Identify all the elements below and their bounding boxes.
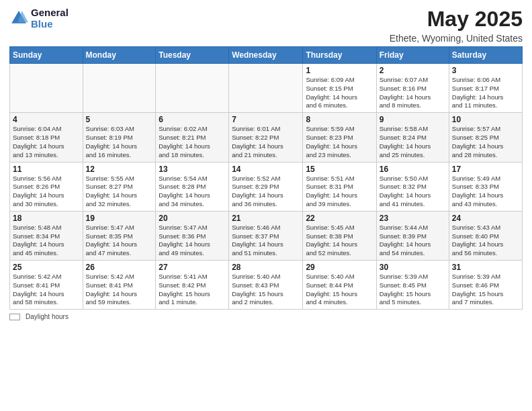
calendar-cell-3-0: 18Sunrise: 5:48 AM Sunset: 8:34 PM Dayli… bbox=[10, 211, 83, 260]
day-info-26: Sunrise: 5:42 AM Sunset: 8:41 PM Dayligh… bbox=[86, 273, 153, 307]
calendar-cell-0-0 bbox=[10, 64, 83, 113]
day-info-27: Sunrise: 5:41 AM Sunset: 8:42 PM Dayligh… bbox=[159, 273, 226, 307]
calendar-cell-3-5: 23Sunrise: 5:44 AM Sunset: 8:39 PM Dayli… bbox=[376, 211, 449, 260]
calendar-cell-4-6: 31Sunrise: 5:39 AM Sunset: 8:46 PM Dayli… bbox=[449, 261, 522, 310]
day-number-20: 20 bbox=[159, 214, 226, 223]
day-info-18: Sunrise: 5:48 AM Sunset: 8:34 PM Dayligh… bbox=[13, 224, 80, 258]
calendar-header-row: Sunday Monday Tuesday Wednesday Thursday… bbox=[10, 47, 523, 64]
calendar-cell-3-3: 21Sunrise: 5:46 AM Sunset: 8:37 PM Dayli… bbox=[229, 211, 303, 260]
calendar-cell-1-3: 7Sunrise: 6:01 AM Sunset: 8:22 PM Daylig… bbox=[229, 113, 303, 162]
day-info-8: Sunrise: 5:59 AM Sunset: 8:23 PM Dayligh… bbox=[306, 125, 373, 159]
day-number-15: 15 bbox=[306, 165, 373, 174]
calendar-cell-0-4: 1Sunrise: 6:09 AM Sunset: 8:15 PM Daylig… bbox=[303, 64, 376, 113]
calendar-cell-4-1: 26Sunrise: 5:42 AM Sunset: 8:41 PM Dayli… bbox=[83, 261, 156, 310]
day-number-14: 14 bbox=[232, 165, 300, 174]
day-info-17: Sunrise: 5:49 AM Sunset: 8:33 PM Dayligh… bbox=[452, 175, 519, 209]
day-info-3: Sunrise: 6:06 AM Sunset: 8:17 PM Dayligh… bbox=[452, 76, 519, 110]
header-wednesday: Wednesday bbox=[229, 47, 303, 64]
main-container: General Blue May 2025 Ethete, Wyoming, U… bbox=[0, 0, 532, 324]
day-info-28: Sunrise: 5:40 AM Sunset: 8:43 PM Dayligh… bbox=[232, 273, 300, 307]
day-number-30: 30 bbox=[380, 263, 446, 272]
day-info-12: Sunrise: 5:55 AM Sunset: 8:27 PM Dayligh… bbox=[86, 175, 153, 209]
day-number-19: 19 bbox=[86, 214, 153, 223]
day-number-3: 3 bbox=[452, 66, 519, 75]
day-info-1: Sunrise: 6:09 AM Sunset: 8:15 PM Dayligh… bbox=[306, 76, 373, 110]
day-number-2: 2 bbox=[380, 66, 446, 75]
day-number-27: 27 bbox=[159, 263, 226, 272]
calendar-cell-1-5: 9Sunrise: 5:58 AM Sunset: 8:24 PM Daylig… bbox=[376, 113, 449, 162]
day-number-5: 5 bbox=[86, 115, 153, 124]
day-number-7: 7 bbox=[232, 115, 300, 124]
day-info-5: Sunrise: 6:03 AM Sunset: 8:19 PM Dayligh… bbox=[86, 125, 153, 159]
header-tuesday: Tuesday bbox=[156, 47, 229, 64]
day-number-28: 28 bbox=[232, 263, 300, 272]
day-number-4: 4 bbox=[13, 115, 80, 124]
day-number-12: 12 bbox=[86, 165, 153, 174]
day-info-13: Sunrise: 5:54 AM Sunset: 8:28 PM Dayligh… bbox=[159, 175, 226, 209]
day-info-11: Sunrise: 5:56 AM Sunset: 8:26 PM Dayligh… bbox=[13, 175, 80, 209]
logo-text: General Blue bbox=[31, 7, 69, 30]
day-info-15: Sunrise: 5:51 AM Sunset: 8:31 PM Dayligh… bbox=[306, 175, 373, 209]
header-monday: Monday bbox=[83, 47, 156, 64]
header-thursday: Thursday bbox=[303, 47, 376, 64]
day-info-20: Sunrise: 5:47 AM Sunset: 8:36 PM Dayligh… bbox=[159, 224, 226, 258]
calendar-cell-4-5: 30Sunrise: 5:39 AM Sunset: 8:45 PM Dayli… bbox=[376, 261, 449, 310]
day-number-1: 1 bbox=[306, 66, 373, 75]
calendar-cell-0-6: 3Sunrise: 6:06 AM Sunset: 8:17 PM Daylig… bbox=[449, 64, 522, 113]
week-row-1: 4Sunrise: 6:04 AM Sunset: 8:18 PM Daylig… bbox=[10, 113, 523, 162]
day-info-21: Sunrise: 5:46 AM Sunset: 8:37 PM Dayligh… bbox=[232, 224, 300, 258]
day-number-31: 31 bbox=[452, 263, 519, 272]
day-number-25: 25 bbox=[13, 263, 80, 272]
daylight-box bbox=[9, 314, 20, 320]
calendar-cell-0-5: 2Sunrise: 6:07 AM Sunset: 8:16 PM Daylig… bbox=[376, 64, 449, 113]
day-info-25: Sunrise: 5:42 AM Sunset: 8:41 PM Dayligh… bbox=[13, 273, 80, 307]
calendar-cell-4-4: 29Sunrise: 5:40 AM Sunset: 8:44 PM Dayli… bbox=[303, 261, 376, 310]
month-title: May 2025 bbox=[390, 7, 523, 32]
day-info-6: Sunrise: 6:02 AM Sunset: 8:21 PM Dayligh… bbox=[159, 125, 226, 159]
week-row-4: 25Sunrise: 5:42 AM Sunset: 8:41 PM Dayli… bbox=[10, 261, 523, 310]
calendar-cell-0-2 bbox=[156, 64, 229, 113]
header-friday: Friday bbox=[376, 47, 449, 64]
calendar-cell-1-2: 6Sunrise: 6:02 AM Sunset: 8:21 PM Daylig… bbox=[156, 113, 229, 162]
calendar-cell-4-2: 27Sunrise: 5:41 AM Sunset: 8:42 PM Dayli… bbox=[156, 261, 229, 310]
day-info-31: Sunrise: 5:39 AM Sunset: 8:46 PM Dayligh… bbox=[452, 273, 519, 307]
header-sunday: Sunday bbox=[10, 47, 83, 64]
day-number-6: 6 bbox=[159, 115, 226, 124]
day-number-24: 24 bbox=[452, 214, 519, 223]
day-number-8: 8 bbox=[306, 115, 373, 124]
day-info-29: Sunrise: 5:40 AM Sunset: 8:44 PM Dayligh… bbox=[306, 273, 373, 307]
calendar-cell-4-3: 28Sunrise: 5:40 AM Sunset: 8:43 PM Dayli… bbox=[229, 261, 303, 310]
location-title: Ethete, Wyoming, United States bbox=[390, 33, 523, 44]
calendar-cell-0-1 bbox=[83, 64, 156, 113]
day-info-7: Sunrise: 6:01 AM Sunset: 8:22 PM Dayligh… bbox=[232, 125, 300, 159]
day-info-14: Sunrise: 5:52 AM Sunset: 8:29 PM Dayligh… bbox=[232, 175, 300, 209]
day-info-24: Sunrise: 5:43 AM Sunset: 8:40 PM Dayligh… bbox=[452, 224, 519, 258]
footer-label: Daylight hours bbox=[26, 313, 69, 320]
calendar-cell-3-2: 20Sunrise: 5:47 AM Sunset: 8:36 PM Dayli… bbox=[156, 211, 229, 260]
calendar-cell-2-4: 15Sunrise: 5:51 AM Sunset: 8:31 PM Dayli… bbox=[303, 162, 376, 211]
calendar-cell-2-5: 16Sunrise: 5:50 AM Sunset: 8:32 PM Dayli… bbox=[376, 162, 449, 211]
day-number-23: 23 bbox=[380, 214, 446, 223]
title-block: May 2025 Ethete, Wyoming, United States bbox=[390, 7, 523, 44]
calendar-cell-1-4: 8Sunrise: 5:59 AM Sunset: 8:23 PM Daylig… bbox=[303, 113, 376, 162]
logo: General Blue bbox=[9, 7, 69, 30]
day-number-26: 26 bbox=[86, 263, 153, 272]
calendar-cell-2-3: 14Sunrise: 5:52 AM Sunset: 8:29 PM Dayli… bbox=[229, 162, 303, 211]
day-info-30: Sunrise: 5:39 AM Sunset: 8:45 PM Dayligh… bbox=[380, 273, 446, 307]
calendar-cell-1-6: 10Sunrise: 5:57 AM Sunset: 8:25 PM Dayli… bbox=[449, 113, 522, 162]
week-row-2: 11Sunrise: 5:56 AM Sunset: 8:26 PM Dayli… bbox=[10, 162, 523, 211]
calendar-cell-2-1: 12Sunrise: 5:55 AM Sunset: 8:27 PM Dayli… bbox=[83, 162, 156, 211]
day-info-10: Sunrise: 5:57 AM Sunset: 8:25 PM Dayligh… bbox=[452, 125, 519, 159]
day-number-18: 18 bbox=[13, 214, 80, 223]
calendar-cell-4-0: 25Sunrise: 5:42 AM Sunset: 8:41 PM Dayli… bbox=[10, 261, 83, 310]
calendar-cell-2-0: 11Sunrise: 5:56 AM Sunset: 8:26 PM Dayli… bbox=[10, 162, 83, 211]
header-row: General Blue May 2025 Ethete, Wyoming, U… bbox=[9, 7, 523, 44]
day-number-21: 21 bbox=[232, 214, 300, 223]
day-number-17: 17 bbox=[452, 165, 519, 174]
week-row-3: 18Sunrise: 5:48 AM Sunset: 8:34 PM Dayli… bbox=[10, 211, 523, 260]
day-info-22: Sunrise: 5:45 AM Sunset: 8:38 PM Dayligh… bbox=[306, 224, 373, 258]
day-info-2: Sunrise: 6:07 AM Sunset: 8:16 PM Dayligh… bbox=[380, 76, 446, 110]
header-saturday: Saturday bbox=[449, 47, 522, 64]
day-number-9: 9 bbox=[380, 115, 446, 124]
day-info-16: Sunrise: 5:50 AM Sunset: 8:32 PM Dayligh… bbox=[380, 175, 446, 209]
